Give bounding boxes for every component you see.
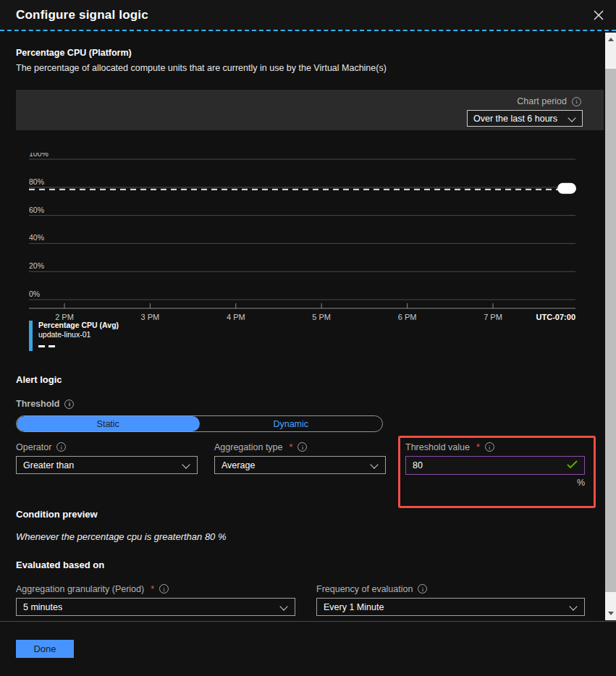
chart-period-label-row: Chart period — [517, 96, 581, 106]
info-icon[interactable] — [56, 442, 66, 452]
chart-period-value: Over the last 6 hours — [473, 114, 568, 124]
aggregation-type-dropdown[interactable]: Average — [214, 456, 386, 474]
svg-text:0%: 0% — [29, 290, 40, 298]
chart-period-strip: Chart period Over the last 6 hours — [16, 90, 604, 130]
svg-text:6 PM: 6 PM — [398, 313, 417, 321]
alert-logic-fields-row: Operator Greater than Aggregation type * — [16, 441, 585, 488]
threshold-unit-label: % — [405, 478, 585, 488]
chevron-down-icon — [182, 461, 190, 469]
granularity-value: 5 minutes — [23, 602, 280, 612]
frequency-value: Every 1 Minute — [324, 602, 570, 612]
operator-label: Operator — [16, 442, 51, 452]
signal-name: Percentage CPU (Platform) — [16, 48, 585, 58]
condition-preview-text: Whenever the percentage cpu is greaterth… — [16, 531, 585, 542]
content: Percentage CPU (Platform) The percentage… — [16, 33, 585, 616]
svg-text:UTC-07:00: UTC-07:00 — [536, 313, 575, 321]
threshold-label-row: Threshold — [16, 399, 585, 409]
required-asterisk: * — [151, 584, 154, 594]
granularity-label-row: Aggregation granularity (Period) * — [16, 583, 295, 594]
chart-period-label: Chart period — [517, 96, 567, 106]
granularity-label: Aggregation granularity (Period) — [16, 584, 144, 594]
alert-logic-heading: Alert logic — [16, 374, 585, 385]
aggregation-type-field: Aggregation type * Average — [214, 441, 386, 488]
svg-text:3 PM: 3 PM — [141, 313, 160, 321]
operator-value: Greater than — [23, 460, 182, 470]
legend-line-dash-icon — [38, 345, 119, 347]
svg-text:7 PM: 7 PM — [484, 313, 502, 321]
condition-preview-heading: Condition preview — [16, 509, 585, 520]
svg-text:4 PM: 4 PM — [227, 313, 245, 321]
info-icon[interactable] — [298, 442, 307, 452]
threshold-value-label: Threshold value — [405, 442, 470, 452]
info-icon[interactable] — [159, 584, 169, 593]
operator-field: Operator Greater than — [16, 441, 198, 488]
frequency-label: Frequency of evaluation — [316, 584, 413, 594]
done-button[interactable]: Done — [16, 640, 74, 658]
legend-text: Percentage CPU (Avg) update-linux-01 — [38, 321, 119, 351]
aggregation-type-label: Aggregation type — [214, 442, 283, 452]
toggle-dynamic-label: Dynamic — [273, 419, 308, 429]
svg-text:60%: 60% — [29, 206, 44, 214]
info-icon[interactable] — [64, 400, 74, 409]
toggle-option-static[interactable]: Static — [17, 416, 200, 431]
scroll-area: Percentage CPU (Platform) The percentage… — [0, 33, 616, 620]
svg-text:80%: 80% — [29, 177, 44, 186]
panel-footer: Done — [0, 621, 616, 676]
operator-dropdown[interactable]: Greater than — [16, 456, 198, 474]
chevron-down-icon — [568, 114, 576, 122]
configure-signal-logic-panel: Configure signal logic Percentage CPU (P… — [0, 0, 616, 676]
operator-label-row: Operator — [16, 441, 198, 452]
legend-color-bar — [29, 321, 33, 351]
cpu-chart-svg: 0%20%40%60%80%100%2 PM3 PM4 PM5 PM6 PM7 … — [16, 153, 585, 324]
signal-description: The percentage of allocated compute unit… — [16, 63, 585, 73]
threshold-label: Threshold — [16, 399, 59, 409]
toggle-static-label: Static — [97, 419, 119, 429]
svg-text:5 PM: 5 PM — [312, 313, 331, 321]
evaluation-fields-row: Aggregation granularity (Period) * 5 min… — [16, 583, 585, 616]
panel-title: Configure signal logic — [16, 8, 148, 22]
threshold-type-toggle: Static Dynamic — [16, 415, 383, 432]
aggregation-type-label-row: Aggregation type * — [214, 441, 386, 452]
scrollbar-thumb[interactable] — [605, 69, 616, 592]
svg-text:100%: 100% — [29, 153, 48, 158]
frequency-field: Frequency of evaluation Every 1 Minute — [316, 583, 585, 616]
required-asterisk: * — [476, 442, 480, 452]
close-icon[interactable] — [591, 8, 606, 22]
frequency-label-row: Frequency of evaluation — [316, 583, 585, 594]
info-icon[interactable] — [485, 442, 494, 452]
threshold-value-label-row: Threshold value * — [405, 441, 585, 452]
scrollbar-down-arrow-icon[interactable] — [605, 608, 616, 619]
svg-text:40%: 40% — [29, 233, 44, 242]
svg-text:20%: 20% — [29, 261, 44, 270]
threshold-value-field: Threshold value * % — [405, 441, 585, 488]
threshold-value-input[interactable] — [413, 460, 567, 470]
legend-metric-name: Percentage CPU (Avg) — [38, 321, 119, 330]
chart-legend[interactable]: Percentage CPU (Avg) update-linux-01 — [29, 321, 585, 351]
valid-check-icon — [567, 460, 578, 471]
toggle-option-dynamic[interactable]: Dynamic — [200, 416, 383, 431]
scrollbar-up-arrow-icon[interactable] — [605, 34, 616, 45]
chart-period-dropdown[interactable]: Over the last 6 hours — [467, 110, 583, 127]
chevron-down-icon — [570, 603, 578, 611]
aggregation-type-value: Average — [221, 460, 371, 470]
chevron-down-icon — [280, 603, 288, 611]
granularity-field: Aggregation granularity (Period) * 5 min… — [16, 583, 295, 616]
granularity-dropdown[interactable]: 5 minutes — [16, 598, 295, 616]
threshold-value-input-wrap — [405, 456, 585, 475]
info-icon[interactable] — [418, 584, 427, 593]
required-asterisk: * — [290, 442, 293, 452]
vertical-scrollbar[interactable] — [605, 33, 616, 620]
frequency-dropdown[interactable]: Every 1 Minute — [316, 598, 585, 616]
panel-header: Configure signal logic — [0, 0, 616, 31]
metric-chart[interactable]: 0%20%40%60%80%100%2 PM3 PM4 PM5 PM6 PM7 … — [16, 153, 585, 324]
chevron-down-icon — [371, 461, 379, 469]
evaluated-heading: Evaluated based on — [16, 559, 585, 570]
legend-resource-name: update-linux-01 — [38, 330, 119, 339]
info-icon[interactable] — [572, 97, 581, 106]
